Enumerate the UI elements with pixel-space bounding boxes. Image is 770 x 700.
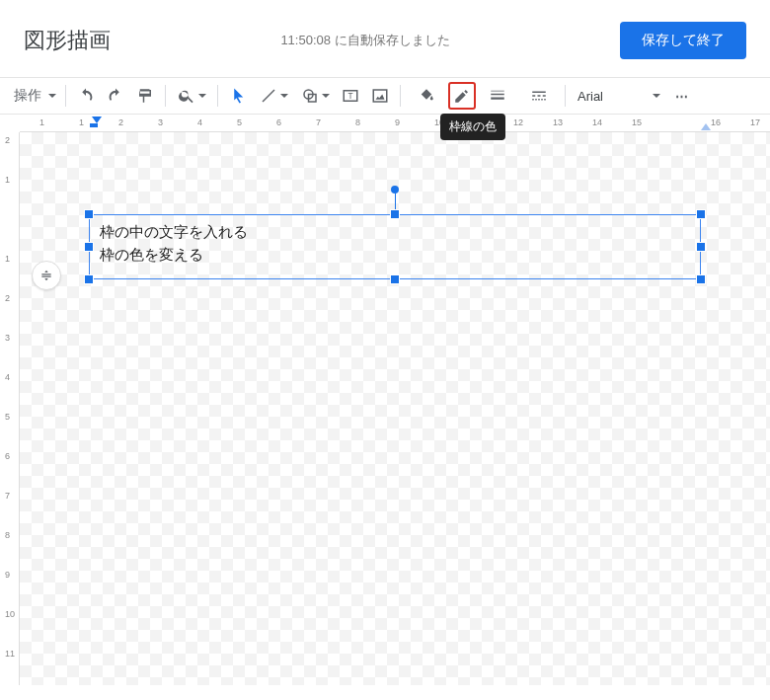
chevron-down-icon xyxy=(198,94,206,98)
save-and-close-button[interactable]: 保存して終了 xyxy=(620,22,746,59)
resize-handle-tm[interactable] xyxy=(391,210,399,218)
undo-icon xyxy=(77,87,95,105)
fill-icon xyxy=(418,87,435,105)
image-tool[interactable] xyxy=(366,82,394,110)
drawing-canvas[interactable]: 枠の中の文字を入れる 枠の色を変える xyxy=(20,132,770,685)
border-weight-button[interactable] xyxy=(478,82,517,110)
line-tool[interactable] xyxy=(254,82,293,110)
shape-tool[interactable] xyxy=(295,82,335,110)
workspace: 2 1 1 2 3 4 5 6 7 8 9 10 11 枠の中の文字を入れる 枠… xyxy=(0,132,770,685)
rotate-handle[interactable] xyxy=(391,186,399,194)
resize-handle-br[interactable] xyxy=(697,275,705,283)
undo-button[interactable] xyxy=(72,82,100,110)
resize-handle-bl[interactable] xyxy=(85,275,93,283)
chevron-down-icon xyxy=(280,94,288,98)
separator xyxy=(165,85,166,107)
border-dash-button[interactable] xyxy=(519,82,559,110)
tooltip: 枠線の色 xyxy=(440,114,505,140)
chevron-down-icon xyxy=(653,94,660,98)
line-dash-icon xyxy=(530,87,548,105)
textbox-icon: T xyxy=(342,87,359,105)
paint-format-button[interactable] xyxy=(131,82,159,110)
toolbar: 操作 T 枠線の色 xyxy=(0,77,770,115)
svg-rect-4 xyxy=(373,90,387,102)
more-icon: ⋯ xyxy=(675,89,690,104)
cursor-icon xyxy=(229,87,247,105)
shape-icon xyxy=(301,87,319,105)
indent-right-marker[interactable] xyxy=(701,123,711,130)
image-icon xyxy=(371,87,389,105)
dialog-header: 図形描画 11:50:08 に自動保存しました 保存して終了 xyxy=(0,0,770,77)
vertical-ruler: 2 1 1 2 3 4 5 6 7 8 9 10 11 xyxy=(0,132,20,685)
chevron-down-icon xyxy=(322,94,330,98)
pencil-icon xyxy=(453,87,471,105)
zoom-dropdown[interactable] xyxy=(172,82,211,110)
textbox-content[interactable]: 枠の中の文字を入れる 枠の色を変える xyxy=(90,215,700,272)
drag-lines-icon xyxy=(39,269,53,282)
select-tool[interactable] xyxy=(224,82,252,110)
separator xyxy=(565,85,566,107)
separator xyxy=(65,85,66,107)
more-options-button[interactable]: ⋯ xyxy=(668,82,696,110)
separator xyxy=(400,85,401,107)
textbox-tool[interactable]: T xyxy=(337,82,364,110)
resize-handle-mr[interactable] xyxy=(697,243,705,251)
resize-handle-bm[interactable] xyxy=(391,275,399,283)
line-weight-icon xyxy=(489,87,506,105)
svg-text:T: T xyxy=(347,92,352,101)
indent-left-marker[interactable] xyxy=(92,117,102,123)
horizontal-ruler: 1 1 2 3 4 5 6 7 8 9 10 11 12 13 14 15 16… xyxy=(20,115,770,132)
resize-handle-tl[interactable] xyxy=(85,210,93,218)
resize-handle-tr[interactable] xyxy=(697,210,705,218)
chevron-down-icon xyxy=(48,94,56,98)
indent-left-bar[interactable] xyxy=(90,123,98,127)
separator xyxy=(217,85,218,107)
redo-button[interactable] xyxy=(102,82,129,110)
font-selector[interactable]: Arial xyxy=(572,82,666,110)
actions-menu[interactable]: 操作 xyxy=(8,82,59,110)
autosave-status: 11:50:08 に自動保存しました xyxy=(280,32,449,49)
border-color-button[interactable]: 枠線の色 xyxy=(448,82,476,110)
rotate-connector xyxy=(395,194,396,211)
paint-roller-icon xyxy=(136,87,154,105)
redo-icon xyxy=(107,87,124,105)
resize-handle-ml[interactable] xyxy=(85,243,93,251)
selected-textbox[interactable]: 枠の中の文字を入れる 枠の色を変える xyxy=(89,214,701,279)
zoom-icon xyxy=(178,87,195,105)
side-drag-button[interactable] xyxy=(32,261,61,290)
fill-color-button[interactable] xyxy=(407,82,446,110)
line-icon xyxy=(260,87,277,105)
dialog-title: 図形描画 xyxy=(24,26,111,55)
